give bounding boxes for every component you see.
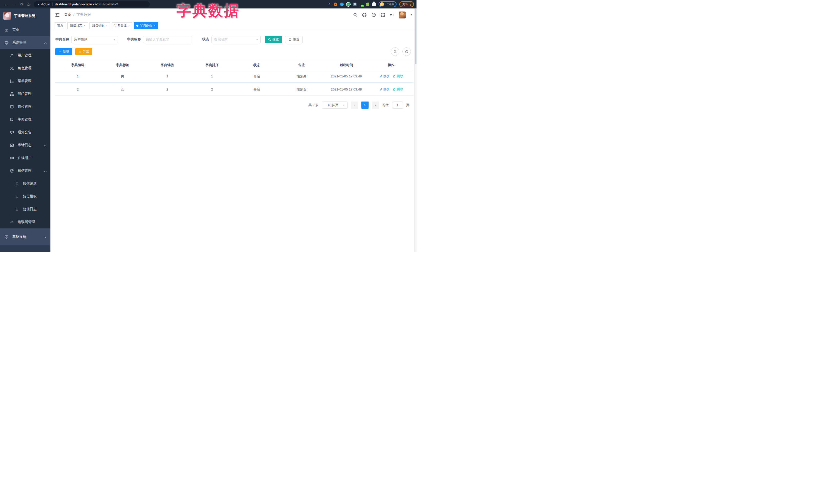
table-cell: 2 [190,88,235,91]
column-header-操作: 操作 [368,63,413,67]
sidebar-item-部门管理[interactable]: 部门管理 [0,88,51,100]
fullscreen-icon[interactable] [380,13,385,18]
user-avatar[interactable] [399,11,406,19]
status-value[interactable] [212,36,260,43]
browser-menu-icon[interactable] [410,3,411,6]
address-bar[interactable]: ▲ 不安全 dashboard.yudao.iocoder.cn /dict/t… [34,1,150,7]
close-icon[interactable]: × [154,24,155,27]
sidebar-item-菜单管理[interactable]: 菜单管理 [0,75,51,88]
sidebar-item-字典管理[interactable]: 字典管理 [0,113,51,126]
tags-view-bar: 首页短信日志×短信模板×字典管理×字典数据× [51,21,416,30]
dict-label-input[interactable] [143,35,192,43]
table-row: 1男11开启性别男2021-01-05 17:03:48修改删除 [55,70,413,82]
profile-status-label: 已暂停 [385,2,394,6]
chevron-down-icon [44,236,47,238]
tab-短信日志[interactable]: 短信日志× [67,22,88,29]
close-icon[interactable]: × [84,24,85,27]
extension-green-check[interactable]: ✓ [347,3,350,6]
app-logo-row[interactable]: 芋道管理系统 [0,8,51,23]
extension-on-label: on [361,5,364,7]
search-icon[interactable] [353,13,358,18]
dict-label-field[interactable] [143,36,192,43]
sidebar-item-岗位管理[interactable]: 岗位管理 [0,100,51,113]
sidebar-item-系统管理[interactable]: 系统管理 [0,36,51,49]
sidebar-item-在线用户[interactable]: 在线用户 [0,151,51,164]
browser-home-button[interactable]: ⌂ [27,2,30,6]
url-path: /dict/type/data/1 [97,3,118,6]
extension-on-badge[interactable]: on [359,3,363,6]
phone-icon [15,194,19,199]
extension-orange-ring[interactable] [334,3,337,6]
tab-字典管理[interactable]: 字典管理× [112,22,132,29]
sidebar-item-label: 错误码管理 [18,220,35,224]
toggle-search-button[interactable] [391,47,399,56]
current-page-button[interactable]: 1 [361,101,368,109]
tab-首页[interactable]: 首页 [54,22,66,29]
page-scrollbar-thumb[interactable] [415,9,416,64]
tab-短信模板[interactable]: 短信模板× [90,22,110,29]
table-cell: 1 [190,74,235,78]
extension-green-leaf[interactable] [366,3,369,6]
tab-字典数据[interactable]: 字典数据× [134,22,158,29]
update-label: 更新 [402,2,408,6]
dict-name-value[interactable] [72,36,118,43]
sidebar-item-短信管理[interactable]: 短信管理 [0,164,51,177]
tab-label: 首页 [57,23,63,28]
browser-profile-chip[interactable]: 已暂停 [379,1,397,7]
status-select[interactable]: ▼ [211,35,261,43]
chevron-up-icon [44,169,47,172]
bookmark-star-icon[interactable]: ☆ [328,2,331,6]
page-size-select[interactable]: 10条/页 ▼ [322,101,348,109]
column-header-字典排序: 字典排序 [190,63,235,67]
sidebar-item-首页[interactable]: 首页 [0,23,51,36]
delete-link[interactable]: 删除 [392,87,403,92]
github-icon[interactable] [362,13,367,18]
sidebar-item-基础设施[interactable]: 基础设施 [0,229,51,245]
goto-page-input[interactable] [392,101,403,109]
sidebar-item-角色管理[interactable]: 角色管理 [0,62,51,75]
sidebar-item-label: 短信管理 [18,168,31,173]
breadcrumb-home[interactable]: 首页 [64,13,71,17]
edit-link[interactable]: 修改 [379,74,389,78]
column-header-状态: 状态 [235,63,279,67]
sidebar-item-审计日志[interactable]: 审计日志 [0,139,51,151]
goto-page-field[interactable] [392,102,403,109]
close-icon[interactable]: × [128,24,130,27]
prev-page-button[interactable]: ‹ [351,101,358,109]
table-cell: 2021-01-05 17:03:48 [324,74,369,78]
user-menu-caret-icon[interactable]: ▼ [410,14,412,16]
delete-link[interactable]: 删除 [392,74,403,78]
browser-forward-button[interactable]: → [12,2,16,6]
not-secure-warning-icon: ▲ [37,3,40,6]
sidebar-item-短信日志[interactable]: 短信日志 [0,203,51,216]
collapse-menu-icon[interactable] [55,12,60,18]
search-button[interactable]: 搜索 [265,36,282,43]
sidebar-item-短信渠道[interactable]: 短信渠道 [0,177,51,190]
reset-button[interactable]: 重置 [285,36,303,43]
font-size-icon[interactable]: ᴛT [389,13,395,18]
export-button[interactable]: 导出 [75,48,92,55]
extension-blue-bars[interactable] [353,3,357,6]
table-cell: 1 [145,74,190,78]
extensions-puzzle-icon[interactable] [372,3,376,6]
browser-update-button[interactable]: 更新 [399,1,414,7]
sidebar-item-短信模板[interactable]: 短信模板 [0,190,51,203]
help-icon[interactable] [371,13,376,18]
browser-reload-button[interactable]: ↻ [20,2,23,6]
refresh-button[interactable] [402,47,411,56]
sidebar-item-错误码管理[interactable]: 错误码管理 [0,216,51,229]
add-button[interactable]: 新增 [55,48,72,55]
page-scrollbar[interactable] [414,8,416,252]
column-header-字典键值: 字典键值 [145,63,190,67]
tab-label: 短信模板 [92,23,104,28]
sidebar-item-通知公告[interactable]: 通知公告 [0,126,51,139]
close-icon[interactable]: × [106,24,108,27]
next-page-button[interactable]: › [372,101,379,109]
sidebar-item-用户管理[interactable]: 用户管理 [0,49,51,62]
dict-name-select[interactable]: ▼ [71,35,118,43]
edit-link[interactable]: 修改 [379,87,389,92]
chevron-up-icon [44,41,47,44]
browser-back-button[interactable]: ← [4,2,8,6]
badge-icon [10,104,14,109]
extension-blue-drop[interactable] [339,2,344,7]
